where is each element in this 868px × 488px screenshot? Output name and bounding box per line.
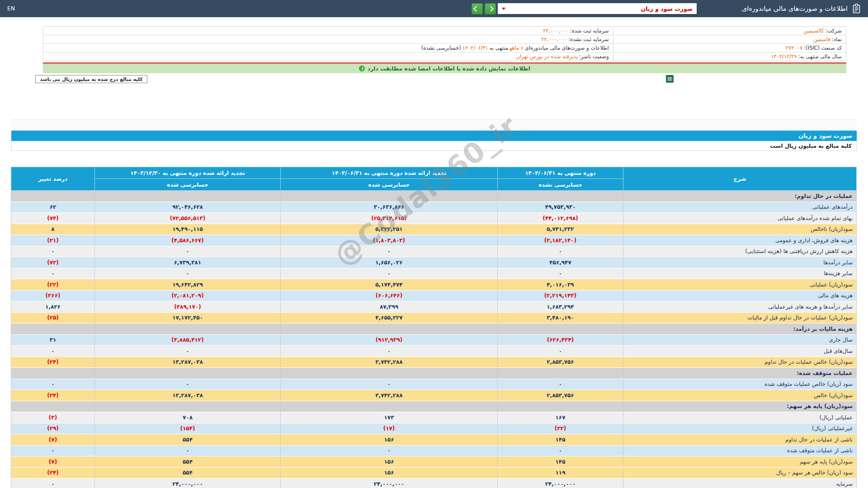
- value-cell: (۷): [11, 456, 95, 468]
- row-label: سود(زیان) پایه هر سهم: [623, 456, 857, 468]
- statement-data-row: سود (زیان) خالص هر سهم – ریال۱۱۹۱۵۶۵۵۴(۲…: [11, 467, 857, 479]
- row-label: هزینه کاهش ارزش دریافتنی ها (هزینه استثن…: [623, 246, 857, 257]
- info-value: پذیرفته شده در بورس تهران: [516, 53, 578, 60]
- value-cell: (۲۴): [11, 357, 95, 368]
- company-info-body: شرکت:کالسیمینسرمایه ثبت شده:۲۴,۰۰۰,۰۰۰نم…: [43, 27, 846, 61]
- statement-data-row: سود(زیان) عملیاتی۴,۰۱۶,۰۳۹۵,۱۷۴,۴۷۴۱۹,۶۴…: [11, 279, 857, 291]
- value-cell: ۴,۶۵۵,۲۲۷: [281, 312, 498, 324]
- statement-data-row: ناشی از عملیات در حال تداوم۱۴۵۱۵۶۵۵۴(۷): [11, 434, 857, 446]
- value-cell: ۶,۷۳۹,۳۸۱: [95, 257, 281, 268]
- chevron-down-icon: [502, 8, 505, 10]
- empty-cell: [11, 368, 95, 379]
- value-cell: ۱۶۷: [498, 412, 623, 423]
- value-cell: ۰: [498, 346, 623, 357]
- language-toggle-en[interactable]: EN: [7, 5, 15, 12]
- empty-cell: [95, 368, 281, 379]
- value-cell: ۲,۸۵۳,۷۵۶: [498, 357, 623, 368]
- info-value: ۱۴۰۴/۰۶/۳۱: [462, 45, 488, 51]
- report-type-select[interactable]: صورت سود و زیان: [498, 3, 697, 14]
- section-header-row: سود(زیان) پایه هر سهم:: [11, 401, 857, 412]
- value-cell: ۳۰,۶۳۶,۸۶۶: [281, 202, 498, 213]
- row-label: سود(زیان) ناخالص: [623, 224, 857, 235]
- value-cell: ۰: [11, 445, 95, 456]
- row-label: سرمایه: [623, 479, 857, 488]
- empty-cell: [95, 191, 281, 202]
- empty-cell: [95, 401, 281, 412]
- value-cell: ۳۱: [11, 334, 95, 346]
- value-cell: (۲۹): [11, 423, 95, 434]
- value-cell: (۱۷): [281, 423, 498, 434]
- company-info-cell: وضعیت ناشر:پذیرفته شده در بورس تهران: [43, 52, 613, 61]
- value-cell: ۱۷,۱۷۲,۴۵۰: [95, 312, 281, 324]
- value-cell: ۰: [281, 445, 498, 456]
- section-header-label: عملیات در حال تداوم:: [623, 191, 857, 202]
- info-value: ۲۷۲۰۰۷: [786, 45, 802, 51]
- note-row: کلیه مبالغ درج شده به میلیون ریال می باش…: [0, 75, 868, 84]
- empty-cell: [498, 401, 623, 412]
- value-cell: (۷۴): [11, 213, 95, 224]
- statement-data-row: سود(زیان) پایه هر سهم۱۴۵۱۵۶۵۵۴(۷): [11, 456, 857, 468]
- section-header-label: هزینه مالیات بر درآمد:: [623, 324, 857, 335]
- row-label: عملیاتی (ریال): [623, 412, 857, 423]
- next-report-button[interactable]: [485, 3, 496, 14]
- statement-data-row: سایر درآمدها و هزینه های غیرعملیاتی۱,۶۸۳…: [11, 301, 857, 313]
- statement-unit-note: کلیه مبالغ به میلیون ریال است: [11, 141, 857, 151]
- value-cell: (۳,۸۸۵,۴۱۲): [95, 334, 281, 346]
- row-label: سود(زیان) خالص عملیات در حال تداوم: [623, 357, 857, 368]
- excel-export-icon[interactable]: [666, 75, 674, 84]
- value-cell: ۰: [95, 379, 281, 390]
- value-cell: ۳,۴۸۰,۱۹۰: [498, 312, 623, 324]
- value-cell: ۰: [11, 268, 95, 279]
- info-label: سرمایه ثبت نشده:: [568, 36, 609, 42]
- empty-cell: [281, 401, 498, 412]
- value-cell: ۵۵۴: [95, 467, 281, 479]
- row-label: سال جاری: [623, 334, 857, 346]
- statement-data-row: سود(زیان) خالص عملیات در حال تداوم۲,۸۵۳,…: [11, 357, 857, 368]
- info-value: فاسمین: [813, 36, 830, 42]
- value-cell: ۱۵۶: [281, 434, 498, 446]
- value-cell: ۳,۷۴۲,۲۸۸: [281, 357, 498, 368]
- row-label: درآمدهای عملیاتی: [623, 202, 857, 213]
- statement-data-row: سال‌های قبل۰۰۰۰: [11, 346, 857, 357]
- value-cell: (۶۲۶,۴۳۴): [498, 334, 623, 346]
- row-label: هزینه های فروش، اداری و عمومی: [623, 235, 857, 246]
- value-cell: (۳): [11, 412, 95, 423]
- value-cell: ۱,۸۲۶: [11, 301, 95, 313]
- statement-data-row: سایر درآمدها۴۵۶,۹۴۷۱,۶۵۶,۰۲۶۶,۷۳۹,۳۸۱(۷۲…: [11, 257, 857, 268]
- value-cell: ۵,۳۲۲,۲۵۱: [281, 224, 498, 235]
- company-info-cell: کد صنعت (ISIC):۲۷۲۰۰۷: [613, 44, 846, 52]
- value-cell: ۰: [95, 346, 281, 357]
- chevron-right-icon: [488, 6, 494, 12]
- empty-cell: [11, 401, 95, 412]
- statement-data-row: سود(زیان) عملیات در حال تداوم قبل از مال…: [11, 312, 857, 324]
- previous-report-button[interactable]: [472, 3, 483, 14]
- signature-match-banner: اطلاعات نمایش داده شده با اطلاعات امضا ش…: [43, 64, 846, 73]
- section-header-label: سود(زیان) پایه هر سهم:: [623, 401, 857, 412]
- value-cell: ۰: [281, 379, 498, 390]
- statement-data-row: هزینه های فروش، اداری و عمومی(۲,۱۸۲,۱۴۰)…: [11, 235, 857, 246]
- value-cell: ۰: [281, 268, 498, 279]
- statement-data-row: سود (زیان) خالص عملیات متوقف شده۰۰۰۰: [11, 379, 857, 390]
- empty-cell: [11, 324, 95, 335]
- value-cell: (۴۴,۰۱۲,۶۹۸): [498, 213, 623, 224]
- value-cell: (۱,۸۰۳,۸۰۳): [281, 235, 498, 246]
- value-cell: ۰: [95, 246, 281, 257]
- company-info-table: شرکت:کالسیمینسرمایه ثبت شده:۲۴,۰۰۰,۰۰۰نم…: [43, 26, 846, 61]
- value-cell: ۰: [11, 479, 95, 488]
- value-cell: ۹۲,۰۴۶,۶۲۸: [95, 202, 281, 213]
- income-statement-body: عملیات در حال تداوم:درآمدهای عملیاتی۴۹,۷…: [11, 191, 857, 488]
- signature-match-text: اطلاعات نمایش داده شده با اطلاعات امضا ش…: [368, 66, 530, 72]
- section-header-row: عملیات متوقف شده:: [11, 368, 857, 379]
- page-title: اطلاعات و صورت‌های مالی میاندوره‌ای: [742, 5, 848, 12]
- col-header-audit-1404: حسابرسی نشده: [498, 179, 623, 191]
- row-label: سود (زیان) خالص عملیات متوقف شده: [623, 379, 857, 390]
- company-info-cell: سال مالی منتهی به:۱۴۰۴/۱۲/۲۹: [613, 52, 846, 61]
- info-label: (حسابرسی نشده): [421, 45, 461, 51]
- company-info-cell: نماد:فاسمین: [613, 35, 846, 44]
- value-cell: ۱۴۵: [498, 434, 623, 446]
- info-label: کد صنعت (ISIC):: [804, 45, 842, 51]
- value-cell: (۲۴): [11, 467, 95, 479]
- info-value: ۲۴,۰۰۰,۰۰۰: [541, 36, 567, 42]
- value-cell: ۰: [95, 268, 281, 279]
- info-value: کالسیمین: [803, 28, 824, 34]
